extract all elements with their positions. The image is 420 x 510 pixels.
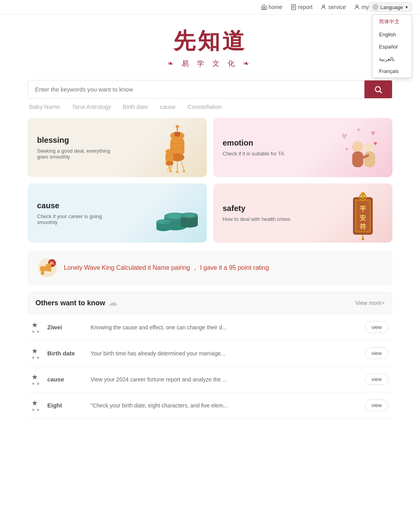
search-input[interactable] — [28, 80, 364, 98]
nav-my[interactable]: my — [354, 4, 369, 10]
tag-tarot-astrology[interactable]: Tarot Astrology — [72, 103, 111, 110]
item-category-cause: cause — [47, 376, 91, 383]
language-button[interactable]: Language ▼ 简体中文 English Español بالعربية… — [369, 2, 412, 12]
nav-service-label: service — [328, 4, 346, 10]
svg-text:安: 安 — [359, 214, 366, 221]
lang-option-en[interactable]: English — [373, 28, 411, 41]
svg-point-32 — [352, 141, 363, 152]
item-desc-birthdate: Your birth time has already determined y… — [91, 350, 365, 357]
svg-line-7 — [380, 91, 382, 93]
promo-icon: % — [37, 258, 58, 278]
view-button-birthdate[interactable]: view — [365, 347, 388, 359]
promo-text-link[interactable]: Name pairing — [152, 264, 192, 271]
language-label: Language — [380, 4, 403, 10]
item-desc-cause: View your 2024 career fortune report and… — [91, 376, 365, 383]
promo-text-suffix: I gave it a 95 point rating — [200, 264, 269, 271]
card-blessing[interactable]: blessing Seeking a good deal, everything… — [28, 118, 207, 177]
item-category-birthdate: Birth date — [47, 350, 91, 357]
card-emotion-image: ♥ ♥ ♥ ♥ ♥ — [337, 124, 388, 175]
svg-line-16 — [181, 161, 184, 170]
promo-banner: % Lonely Wave King Calculated it Name pa… — [28, 250, 392, 285]
card-safety-desc: How to deal with health crises — [223, 216, 301, 222]
svg-text:♥: ♥ — [357, 127, 360, 133]
star-decoration: ★ ★ ★ — [32, 347, 40, 359]
promo-text-separator: ， — [192, 264, 198, 271]
card-emotion[interactable]: emotion Check if it is suitable for TA ♥… — [213, 118, 392, 177]
svg-text:♥: ♥ — [374, 140, 377, 147]
lang-option-ar[interactable]: بالعربية — [373, 53, 411, 65]
svg-point-6 — [375, 86, 381, 92]
svg-point-46 — [156, 219, 171, 224]
svg-point-18 — [176, 171, 178, 173]
svg-rect-35 — [364, 151, 375, 167]
svg-point-48 — [183, 213, 195, 217]
view-button-eight[interactable]: view — [365, 400, 388, 411]
svg-point-61 — [361, 192, 365, 196]
search-tags: Baby Name Tarot Astrology Birth date cau… — [28, 99, 392, 110]
my-icon — [354, 4, 360, 10]
svg-rect-66 — [41, 271, 44, 275]
others-section: Others want to know ☁ View more> ★ ★ ★ Z… — [28, 291, 392, 418]
cloud-decoration: ☁ — [108, 298, 117, 308]
cards-grid: blessing Seeking a good deal, everything… — [0, 110, 420, 250]
home-icon — [261, 4, 267, 10]
tag-cause[interactable]: cause — [160, 103, 176, 110]
svg-rect-11 — [175, 132, 180, 136]
lang-option-zh[interactable]: 简体中文 — [373, 15, 411, 28]
tag-birth-date[interactable]: Birth date — [123, 103, 148, 110]
card-cause-desc: Check if your career is going smoothly — [37, 213, 116, 225]
item-category-eight: Eight — [47, 402, 91, 409]
item-desc-eight: "Check your birth date, eight characters… — [91, 402, 365, 409]
site-subtitle: ❧ 易 学 文 化 ❧ — [0, 59, 420, 68]
chevron-down-icon: ▼ — [405, 5, 409, 9]
svg-text:♥: ♥ — [345, 146, 348, 152]
nav-home[interactable]: home — [261, 4, 282, 10]
navigation: home report service my Language ▼ 简体中文 E… — [0, 0, 420, 15]
svg-text:♥: ♥ — [371, 129, 375, 137]
promo-text: Lonely Wave King Calculated it Name pair… — [64, 264, 269, 272]
tag-constellation[interactable]: Constellation — [188, 103, 222, 110]
list-item: ★ ★ ★ cause View your 2024 career fortun… — [28, 366, 392, 392]
others-title: Others want to know ☁ — [35, 298, 117, 308]
card-cause-image — [152, 189, 203, 241]
list-item: ★ ★ ★ Eight "Check your birth date, eigh… — [28, 392, 392, 418]
view-button-cause[interactable]: view — [365, 374, 388, 385]
nav-service[interactable]: service — [320, 4, 346, 10]
svg-rect-65 — [40, 266, 46, 271]
card-cause[interactable]: cause Check if your career is going smoo… — [28, 183, 207, 243]
svg-text:平: 平 — [360, 205, 366, 212]
list-item: ★ ★ ★ Ziwei Knowing the cause and effect… — [28, 314, 392, 340]
view-more-button[interactable]: View more> — [355, 300, 385, 306]
star-decoration: ★ ★ ★ — [32, 373, 40, 385]
site-title: 先知道 — [0, 26, 420, 56]
nav-report[interactable]: report — [290, 4, 313, 10]
svg-point-19 — [183, 170, 185, 172]
svg-rect-33 — [352, 151, 363, 167]
view-button-ziwei[interactable]: view — [365, 321, 388, 333]
card-blessing-desc: Seeking a good deal, everything goes smo… — [37, 148, 116, 160]
others-title-text: Others want to know — [35, 299, 105, 307]
lang-option-es[interactable]: Español — [373, 41, 411, 53]
search-icon — [374, 85, 383, 94]
svg-point-13 — [176, 125, 179, 128]
lang-option-fr[interactable]: Français — [373, 65, 411, 77]
others-header: Others want to know ☁ View more> — [28, 291, 392, 314]
svg-point-54 — [361, 196, 364, 199]
svg-point-47 — [167, 214, 183, 219]
star-decoration: ★ ★ ★ — [32, 321, 40, 333]
site-header: 先知道 ❧ 易 学 文 化 ❧ — [0, 15, 420, 76]
svg-point-17 — [169, 170, 172, 172]
report-icon — [290, 4, 297, 10]
card-safety-image: 平 安 符 — [337, 189, 388, 241]
svg-point-34 — [365, 143, 374, 152]
star-decoration: ★ ★ ★ — [32, 399, 40, 411]
svg-point-25 — [165, 161, 173, 166]
nav-home-label: home — [269, 4, 282, 10]
tag-baby-name[interactable]: Baby Name — [29, 103, 60, 110]
search-button[interactable] — [364, 80, 392, 98]
list-item: ★ ★ ★ Birth date Your birth time has alr… — [28, 340, 392, 366]
svg-text:符: 符 — [360, 223, 366, 230]
card-blessing-image — [152, 124, 203, 175]
svg-point-4 — [323, 5, 325, 7]
card-safety[interactable]: safety How to deal with health crises 平 … — [213, 183, 392, 243]
